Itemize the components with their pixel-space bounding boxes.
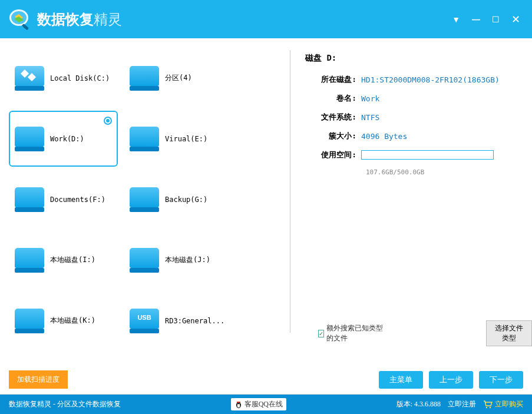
cart-icon [483,400,493,409]
svg-rect-4 [28,72,36,81]
detail-label: 卷名: [305,93,361,104]
usage-bar [361,150,494,160]
statusbar: 数据恢复精灵 - 分区及文件数据恢复 客服QQ在线 版本: 4.3.6.888 … [0,395,532,414]
checkbox-label: 额外搜索已知类型的文件 [326,323,386,343]
svg-rect-3 [21,69,29,78]
svg-rect-10 [237,402,240,403]
disk-label: 分区(4) [165,73,192,83]
app-logo-icon [6,6,32,32]
drive-icon [15,248,44,273]
svg-point-7 [237,403,237,404]
app-name-part1: 数据恢复 [37,10,94,29]
qq-support-button[interactable]: 客服QQ在线 [231,398,286,410]
detail-row-fs: 文件系统: NTFS [305,112,517,122]
qq-label: 客服QQ在线 [244,399,283,409]
logo-area: 数据恢复精灵 [6,6,122,32]
disk-item[interactable]: 分区(4) [124,50,233,106]
svg-rect-2 [22,24,29,31]
prev-button[interactable]: 上一步 [429,371,473,389]
disk-item[interactable]: Documents(F:) [9,171,118,227]
minimize-button[interactable]: — [472,15,480,24]
main-menu-button[interactable]: 主菜单 [379,371,423,389]
usage-text: 107.6GB/500.0GB [366,168,517,176]
checkbox-icon: ✓ [318,330,324,337]
disk-label: RD3:General... [165,317,224,325]
status-right: 版本: 4.3.6.888 立即注册 立即购买 [396,399,523,409]
buy-link[interactable]: 立即购买 [483,399,523,409]
detail-value: HD1:ST2000DM008-2FR102(1863GB) [361,75,500,84]
disk-item[interactable]: Backup(G:) [124,171,233,227]
drive-icon [15,309,44,333]
app-name-part2: 精灵 [94,10,122,29]
drive-icon [15,66,44,91]
extra-search-checkbox[interactable]: ✓ 额外搜索已知类型的文件 [318,323,386,343]
version-text: 版本: 4.3.6.888 [396,399,441,409]
drive-icon [130,248,159,273]
disk-label: Documents(F:) [50,196,105,204]
drive-icon: USB [130,309,159,333]
svg-point-8 [239,403,239,404]
status-left-text: 数据恢复精灵 - 分区及文件数据恢复 [9,399,121,409]
app-name: 数据恢复精灵 [37,10,122,29]
detail-value: NTFS [361,113,379,122]
maximize-button[interactable]: ☐ [492,15,500,24]
extra-row: ✓ 额外搜索已知类型的文件 选择文件类型 [318,320,532,346]
disk-label: Local Disk(C:) [50,74,110,82]
disk-item[interactable]: Work(D:) [9,111,118,167]
detail-label: 文件系统: [305,112,361,122]
disk-label: 本地磁盘(I:) [50,255,95,265]
disk-item[interactable]: Local Disk(C:) [9,50,118,106]
disk-label: Work(D:) [50,135,84,143]
detail-label: 簇大小: [305,131,361,141]
window-controls: ▼ — ☐ ✕ [452,13,526,26]
titlebar: 数据恢复精灵 ▼ — ☐ ✕ [0,0,532,38]
buy-label: 立即购买 [495,399,523,409]
disk-item[interactable]: 本地磁盘(I:) [9,232,118,288]
drive-icon [15,187,44,212]
next-button[interactable]: 下一步 [479,371,523,389]
detail-title: 磁盘 D: [305,53,517,64]
select-file-type-button[interactable]: 选择文件类型 [486,320,532,346]
detail-value: 4096 Bytes [361,132,407,141]
detail-panel: 磁盘 D: 所在磁盘: HD1:ST2000DM008-2FR102(1863G… [299,50,523,365]
disk-label: 本地磁盘(K:) [50,316,95,326]
svg-point-12 [490,406,491,408]
detail-row-cluster: 簇大小: 4096 Bytes [305,131,517,141]
svg-point-11 [486,406,487,408]
detail-label: 所在磁盘: [305,74,361,85]
detail-row-disk: 所在磁盘: HD1:ST2000DM008-2FR102(1863GB) [305,74,517,85]
disk-label: Virual(E:) [165,135,207,143]
dropdown-icon[interactable]: ▼ [452,15,460,24]
close-button[interactable]: ✕ [511,13,520,26]
disk-label: 本地磁盘(J:) [165,255,210,265]
disk-item[interactable]: 本地磁盘(J:) [124,232,233,288]
disk-item[interactable]: USBRD3:General... [124,293,233,349]
nav-buttons: 主菜单 上一步 下一步 [379,371,523,389]
load-scan-button[interactable]: 加载扫描进度 [9,370,68,389]
drive-icon [130,187,159,212]
disk-item[interactable]: Virual(E:) [124,111,233,167]
qq-penguin-icon [234,400,243,409]
detail-label: 使用空间: [305,150,361,160]
selected-radio-icon [104,117,112,125]
disk-grid: Local Disk(C:)分区(4)Work(D:)Virual(E:)Doc… [9,50,281,365]
drive-icon [130,66,159,91]
disk-item[interactable]: 本地磁盘(K:) [9,293,118,349]
drive-icon [15,127,44,151]
svg-point-9 [238,404,239,405]
disk-label: Backup(G:) [165,196,207,204]
register-link[interactable]: 立即注册 [448,399,476,409]
drive-icon [130,127,159,151]
button-bar: 加载扫描进度 主菜单 上一步 下一步 [0,365,532,395]
main-area: Local Disk(C:)分区(4)Work(D:)Virual(E:)Doc… [0,38,532,365]
detail-value: Work [361,94,379,103]
detail-row-usage: 使用空间: [305,150,517,160]
detail-row-volume: 卷名: Work [305,93,517,104]
vertical-divider [290,50,290,333]
